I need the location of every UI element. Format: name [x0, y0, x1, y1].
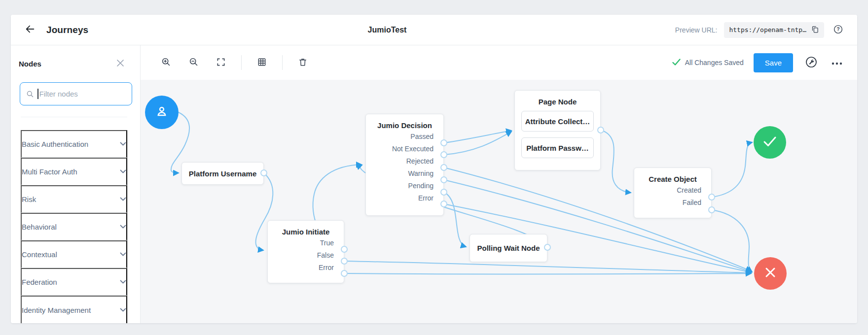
zoom-out-button[interactable]	[182, 53, 205, 72]
app-header: Journeys JumioTest Preview URL: https://…	[11, 15, 857, 45]
zoom-in-button[interactable]	[154, 53, 177, 72]
fit-view-button[interactable]	[210, 53, 232, 72]
check-icon	[672, 59, 681, 67]
page-child-platform-password[interactable]: Platform Passw…	[521, 137, 594, 158]
filter-nodes-input[interactable]	[39, 90, 127, 98]
sidebar-close-button[interactable]	[114, 57, 126, 70]
help-button[interactable]: ?	[831, 22, 845, 38]
canvas-toolbar: All Changes Saved Save	[141, 45, 857, 80]
save-status-text: All Changes Saved	[685, 59, 744, 67]
outcome-failed: Failed	[683, 197, 701, 209]
connector-dot-jumio-initiate-false[interactable]	[341, 258, 348, 265]
chevron-down-icon	[120, 196, 126, 203]
text-cursor	[37, 89, 38, 99]
success-check-icon	[762, 135, 777, 149]
edge-page-node-to-create-object	[601, 130, 631, 193]
connector-dot-jumio-decision-warning[interactable]	[440, 176, 447, 183]
zoom-in-icon	[161, 57, 171, 68]
category-multi-factor-auth[interactable]: Multi Factor Auth	[21, 158, 127, 185]
chevron-down-icon	[120, 306, 126, 314]
edge-jumio-initiate-error-to-failure	[344, 273, 751, 274]
search-icon	[26, 90, 34, 98]
save-status: All Changes Saved	[672, 59, 744, 67]
connector-dot-polling-wait[interactable]	[544, 244, 551, 251]
outcome-created: Created	[677, 184, 701, 197]
node-jumio-decision[interactable]: Jumio Decision Passed Not Executed Rejec…	[365, 114, 444, 216]
svg-text:?: ?	[836, 27, 839, 32]
connector-dot-create-object-failed[interactable]	[708, 206, 715, 213]
connector-dot-create-object-created[interactable]	[708, 194, 715, 201]
node-title: Jumio Decision	[366, 114, 443, 127]
zoom-out-icon	[188, 57, 199, 68]
node-title: Page Node	[515, 91, 600, 103]
edge-jumio-decision-pending-to-polling-wait	[444, 192, 466, 247]
save-button[interactable]: Save	[754, 53, 793, 72]
journey-name: JumioTest	[368, 26, 407, 34]
outcome-error: Error	[418, 192, 434, 204]
copy-button[interactable]	[811, 25, 819, 35]
back-arrow-icon	[25, 24, 36, 36]
page-child-attribute-collector[interactable]: Attribute Collect…	[521, 111, 594, 132]
auto-layout-button[interactable]	[803, 54, 820, 72]
journey-canvas[interactable]: Platform Username Jumio Initiate True Fa…	[141, 80, 857, 323]
edge-create-object-created-to-success	[712, 142, 752, 197]
connector-dot-jumio-decision-not-executed[interactable]	[440, 151, 447, 158]
connector-dot-platform-username[interactable]	[260, 169, 267, 176]
edge-jumio-decision-passed-to-page-node	[444, 131, 511, 143]
edge-create-object-failed-to-failure	[712, 210, 752, 272]
category-federation[interactable]: Federation	[21, 268, 127, 296]
connector-dot-page-node[interactable]	[597, 127, 604, 134]
connector-dot-jumio-decision-passed[interactable]	[440, 139, 447, 146]
chevron-down-icon	[120, 223, 126, 231]
sidebar-title: Nodes	[19, 60, 41, 68]
failure-node[interactable]	[754, 257, 787, 290]
ellipsis-icon	[832, 59, 842, 67]
chevron-down-icon	[120, 140, 126, 148]
outcome-true: True	[320, 237, 334, 249]
node-category-list: Basic Authentication Multi Factor Auth R…	[21, 117, 127, 323]
category-identity-management[interactable]: Identity Management	[21, 296, 127, 323]
node-title: Jumio Initiate	[268, 221, 344, 234]
outcome-pending: Pending	[408, 180, 434, 192]
node-jumio-initiate[interactable]: Jumio Initiate True False Error	[267, 220, 344, 283]
fit-view-icon	[216, 57, 226, 68]
user-icon	[154, 104, 169, 121]
node-page-node[interactable]: Page Node Attribute Collect… Platform Pa…	[514, 90, 601, 170]
trash-icon	[298, 57, 308, 68]
success-node[interactable]	[754, 126, 786, 159]
node-polling-wait[interactable]: Polling Wait Node	[470, 234, 547, 262]
node-create-object[interactable]: Create Object Created Failed	[634, 168, 712, 218]
connector-dot-jumio-decision-error[interactable]	[440, 201, 447, 207]
outcome-error: Error	[319, 262, 334, 274]
preview-url-text: https://openam-tntp…	[729, 26, 806, 34]
node-title: Create Object	[634, 168, 711, 181]
outcome-warning: Warning	[408, 168, 434, 180]
node-platform-username[interactable]: Platform Username	[181, 162, 264, 185]
delete-button[interactable]	[291, 53, 314, 72]
back-button[interactable]	[23, 22, 37, 38]
chevron-down-icon	[120, 168, 126, 175]
filter-input-wrapper	[20, 82, 132, 105]
copy-icon	[811, 25, 819, 35]
outcome-passed: Passed	[410, 131, 434, 143]
more-options-button[interactable]	[830, 57, 844, 68]
outcome-false: False	[317, 249, 334, 262]
nodes-sidebar: Nodes Basic Authentication	[11, 45, 141, 323]
category-contextual[interactable]: Contextual	[21, 240, 127, 268]
connector-dot-jumio-initiate-true[interactable]	[341, 246, 348, 253]
edge-jumio-decision-notexecuted-to-page-node	[444, 132, 511, 155]
preview-url-label: Preview URL:	[675, 26, 718, 34]
help-icon: ?	[833, 24, 843, 36]
category-behavioral[interactable]: Behavioral	[21, 213, 127, 240]
start-node[interactable]	[145, 96, 179, 129]
connector-dot-jumio-decision-rejected[interactable]	[440, 164, 447, 171]
grid-toggle-button[interactable]	[251, 53, 273, 72]
close-icon	[116, 59, 124, 68]
preview-url-pill: https://openam-tntp…	[724, 22, 824, 38]
category-risk[interactable]: Risk	[21, 185, 127, 213]
connector-dot-jumio-decision-pending[interactable]	[440, 189, 447, 196]
category-basic-authentication[interactable]: Basic Authentication	[21, 130, 127, 158]
connector-dot-jumio-initiate-error[interactable]	[341, 270, 348, 277]
grid-icon	[257, 57, 267, 68]
toolbar-separator	[241, 55, 242, 70]
